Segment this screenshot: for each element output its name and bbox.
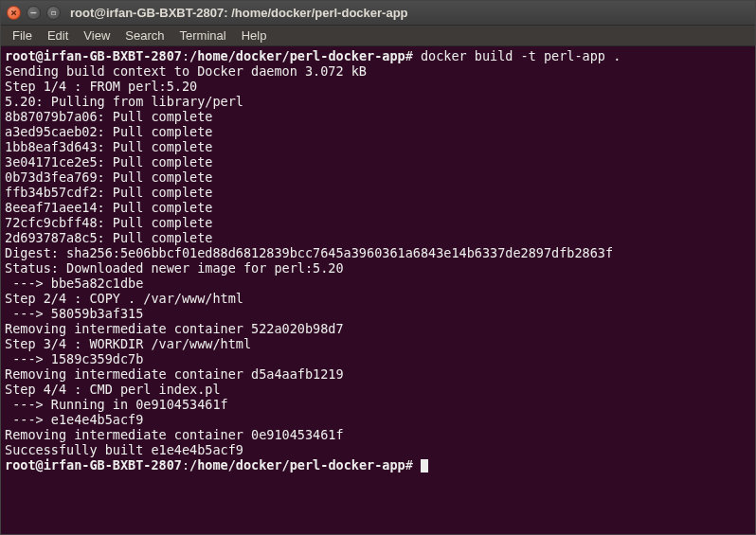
terminal-body[interactable]: root@irfan-GB-BXBT-2807:/home/docker/per… [1,46,755,534]
output-line: ---> Running in 0e910453461f [5,397,751,412]
prompt-path: /home/docker/perl-docker-app [189,48,405,63]
titlebar[interactable]: × − ▫ root@irfan-GB-BXBT-2807: /home/doc… [1,1,755,26]
prompt-symbol: # [405,48,413,63]
output-line: ---> bbe5a82c1dbe [5,276,751,291]
output-line: ---> 58059b3af315 [5,306,751,321]
output-line: Step 1/4 : FROM perl:5.20 [5,79,751,94]
output-line: 2d693787a8c5: Pull complete [5,230,751,245]
command-text: docker build -t perl-app . [421,48,621,63]
menu-file[interactable]: File [5,27,40,45]
output-line: Removing intermediate container 0e910453… [5,427,751,442]
output-line: 8b87079b7a06: Pull complete [5,109,751,124]
maximize-icon[interactable]: ▫ [46,6,61,20]
output-line: Digest: sha256:5e06bbcf01ed88d6812839bcc… [5,245,751,260]
output-line: ffb34b57cdf2: Pull complete [5,185,751,200]
output-line: 8eeaf71aee14: Pull complete [5,200,751,215]
output-line: 5.20: Pulling from library/perl [5,94,751,109]
output-line: 1bb8eaf3d643: Pull complete [5,139,751,154]
output-line: 72cfc9cbff48: Pull complete [5,215,751,230]
menubar: File Edit View Search Terminal Help [1,26,755,46]
output-line: Status: Downloaded newer image for perl:… [5,260,751,276]
window-title: root@irfan-GB-BXBT-2807: /home/docker/pe… [70,6,408,20]
prompt-user: root@irfan-GB-BXBT-2807 [5,48,182,63]
output-line: Removing intermediate container d5a4aafb… [5,366,751,382]
output-line: Sending build context to Docker daemon 3… [5,63,751,79]
prompt-user: root@irfan-GB-BXBT-2807 [5,457,182,473]
terminal-window: × − ▫ root@irfan-GB-BXBT-2807: /home/doc… [0,0,756,535]
prompt-path: /home/docker/perl-docker-app [189,457,405,473]
output-line: ---> 1589c359dc7b [5,351,751,366]
output-line: Successfully built e1e4e4b5acf9 [5,442,751,457]
menu-edit[interactable]: Edit [40,27,76,45]
output-line: a3ed95caeb02: Pull complete [5,124,751,139]
output-line: Step 2/4 : COPY . /var/www/html [5,291,751,306]
menu-help[interactable]: Help [234,27,275,45]
output-line: Step 3/4 : WORKDIR /var/www/html [5,336,751,351]
output-line: 0b73d3fea769: Pull complete [5,169,751,185]
output-line: Step 4/4 : CMD perl index.pl [5,382,751,397]
output-line: ---> e1e4e4b5acf9 [5,412,751,427]
output-line: Removing intermediate container 522a020b… [5,321,751,336]
cursor-icon [421,459,428,473]
close-icon[interactable]: × [7,6,21,20]
minimize-icon[interactable]: − [27,6,41,20]
menu-view[interactable]: View [76,27,117,45]
menu-search[interactable]: Search [117,27,171,45]
prompt-symbol: # [405,457,413,473]
output-line: 3e04171ce2e5: Pull complete [5,154,751,169]
window-controls: × − ▫ [7,6,61,20]
menu-terminal[interactable]: Terminal [172,27,234,45]
